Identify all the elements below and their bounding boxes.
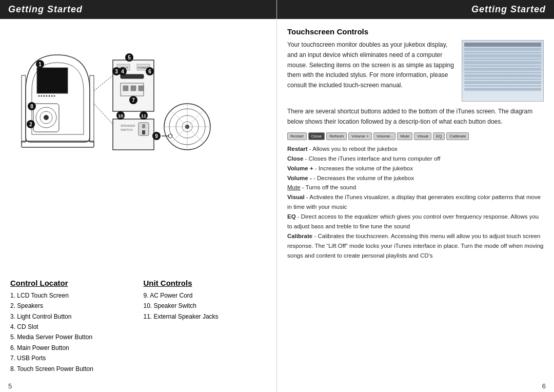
page-number-right: 6 bbox=[277, 380, 554, 392]
svg-text:SWITCH: SWITCH bbox=[121, 128, 133, 131]
list-item: 7. USB Ports bbox=[10, 353, 133, 363]
ss-row bbox=[464, 54, 541, 57]
touchscreen-para2: There are several shortcut buttons added… bbox=[287, 107, 544, 127]
svg-point-4 bbox=[46, 95, 48, 97]
close-btn[interactable]: Close bbox=[308, 132, 325, 140]
ss-row bbox=[464, 74, 541, 77]
svg-line-65 bbox=[94, 104, 113, 124]
eq-btn[interactable]: EQ bbox=[433, 132, 445, 140]
svg-text:10: 10 bbox=[118, 113, 123, 119]
visual-btn[interactable]: Visual bbox=[414, 132, 431, 140]
left-panel: Getting Started bbox=[0, 0, 277, 392]
refresh-btn[interactable]: Refresh bbox=[326, 132, 347, 140]
svg-line-64 bbox=[94, 75, 113, 91]
itunes-screenshot bbox=[462, 40, 544, 102]
svg-point-11 bbox=[44, 115, 49, 120]
ss-row bbox=[464, 79, 541, 80]
page-container: Getting Started bbox=[0, 0, 554, 392]
list-item: 10. Speaker Switch bbox=[144, 301, 267, 311]
ss-row bbox=[464, 85, 541, 87]
control-locator-list: 1. LCD Touch Screen 2. Speakers 3. Light… bbox=[10, 290, 133, 374]
svg-text:7: 7 bbox=[132, 97, 135, 103]
ss-row bbox=[464, 58, 541, 60]
unit-controls-list: 9. AC Power Cord 10. Speaker Switch 11. … bbox=[144, 290, 267, 322]
svg-rect-45 bbox=[142, 124, 145, 128]
svg-point-7 bbox=[54, 95, 55, 97]
svg-text:9: 9 bbox=[155, 133, 158, 139]
svg-rect-13 bbox=[90, 75, 94, 142]
touchscreen-title: Touchscreen Controls bbox=[287, 27, 544, 36]
ss-row bbox=[464, 72, 541, 73]
list-item: 4. CD Slot bbox=[10, 322, 133, 332]
right-content: Touchscreen Controls Your touchscreen mo… bbox=[277, 19, 554, 380]
list-item: 3. Light Control Button bbox=[10, 311, 133, 322]
svg-point-6 bbox=[51, 95, 53, 97]
svg-text:6: 6 bbox=[148, 69, 151, 74]
svg-text:1: 1 bbox=[38, 62, 42, 67]
screenshot-inner bbox=[462, 41, 543, 101]
jukebox-diagram-svg: 1 2 8 LIGHT POWER bbox=[10, 24, 256, 158]
ss-row bbox=[464, 61, 541, 64]
ss-row bbox=[464, 52, 541, 53]
svg-rect-46 bbox=[142, 130, 145, 134]
ss-row bbox=[464, 81, 541, 84]
right-header: Getting Started bbox=[277, 0, 554, 19]
desc-restart: Restart - Allows you to reboot the jukeb… bbox=[287, 144, 544, 154]
control-locator-title: Control Locator bbox=[10, 279, 133, 287]
left-header: Getting Started bbox=[0, 0, 276, 19]
unit-controls: Unit Controls 9. AC Power Cord 10. Speak… bbox=[144, 279, 267, 374]
volume-plus-btn[interactable]: Volume + bbox=[348, 132, 372, 140]
svg-rect-0 bbox=[37, 68, 68, 93]
desc-volume-minus: Volume - - Decreases the volume of the j… bbox=[287, 173, 544, 183]
desc-calibrate: Calibrate - Calibrates the touchscreen. … bbox=[287, 231, 544, 261]
jukebox-area: 1 2 8 LIGHT POWER bbox=[0, 19, 276, 272]
controls-lower: Control Locator 1. LCD Touch Screen 2. S… bbox=[0, 272, 276, 380]
right-panel: Getting Started Touchscreen Controls You… bbox=[277, 0, 554, 392]
list-item: 11. External Speaker Jacks bbox=[144, 311, 267, 322]
desc-volume-plus: Volume + - Increases the volume of the j… bbox=[287, 164, 544, 173]
desc-close: Close - Closes the iTunes interface and … bbox=[287, 154, 544, 164]
desc-eq: EQ - Direct access to the equalizer whic… bbox=[287, 212, 544, 231]
svg-point-1 bbox=[38, 95, 40, 97]
list-item: 8. Touch Screen Power Button bbox=[10, 364, 133, 374]
svg-text:2: 2 bbox=[29, 122, 32, 127]
ss-row bbox=[464, 68, 541, 71]
svg-rect-28 bbox=[123, 86, 128, 91]
restart-btn[interactable]: Restart bbox=[287, 132, 307, 140]
unit-controls-title: Unit Controls bbox=[144, 279, 267, 287]
svg-point-3 bbox=[44, 95, 45, 97]
list-item: 5. Media Server Power Button bbox=[10, 332, 133, 342]
svg-point-5 bbox=[49, 95, 50, 97]
ss-header-row bbox=[464, 43, 541, 47]
list-item: 2. Speakers bbox=[10, 301, 133, 311]
page-number-left: 5 bbox=[0, 380, 276, 392]
svg-rect-30 bbox=[138, 86, 144, 91]
diagram-container: 1 2 8 LIGHT POWER bbox=[10, 24, 266, 158]
touchscreen-para1: Your touchscreen monitor doubles as your… bbox=[287, 40, 456, 96]
ss-row bbox=[464, 88, 541, 91]
svg-text:SPEAKER: SPEAKER bbox=[121, 124, 135, 127]
svg-text:8: 8 bbox=[30, 104, 33, 109]
desc-mute: Mute - Turns off the sound bbox=[287, 183, 544, 192]
svg-text:4: 4 bbox=[121, 69, 124, 74]
itunes-buttons-bar: Restart Close Refresh Volume + Volume - … bbox=[287, 132, 544, 140]
desc-visual: Visual - Activates the iTunes visualizer… bbox=[287, 192, 544, 212]
svg-rect-12 bbox=[22, 75, 26, 142]
svg-rect-29 bbox=[131, 86, 136, 91]
list-item: 9. AC Power Cord bbox=[144, 290, 267, 301]
control-locator: Control Locator 1. LCD Touch Screen 2. S… bbox=[10, 279, 133, 374]
calibrate-btn[interactable]: Calibrate bbox=[446, 132, 469, 140]
screenshot-and-text: Your touchscreen monitor doubles as your… bbox=[287, 40, 544, 102]
ss-row bbox=[464, 48, 541, 51]
list-item: 6. Main Power Button bbox=[10, 343, 133, 353]
button-descriptions: Restart - Allows you to reboot the jukeb… bbox=[287, 144, 544, 261]
list-item: 1. LCD Touch Screen bbox=[10, 290, 133, 301]
mute-btn[interactable]: Mute bbox=[397, 132, 412, 140]
ss-row bbox=[464, 65, 541, 67]
svg-text:5: 5 bbox=[128, 55, 131, 61]
svg-text:3: 3 bbox=[115, 69, 118, 74]
svg-point-2 bbox=[41, 95, 43, 97]
svg-text:11: 11 bbox=[141, 113, 146, 119]
volume-minus-btn[interactable]: Volume - bbox=[373, 132, 396, 140]
